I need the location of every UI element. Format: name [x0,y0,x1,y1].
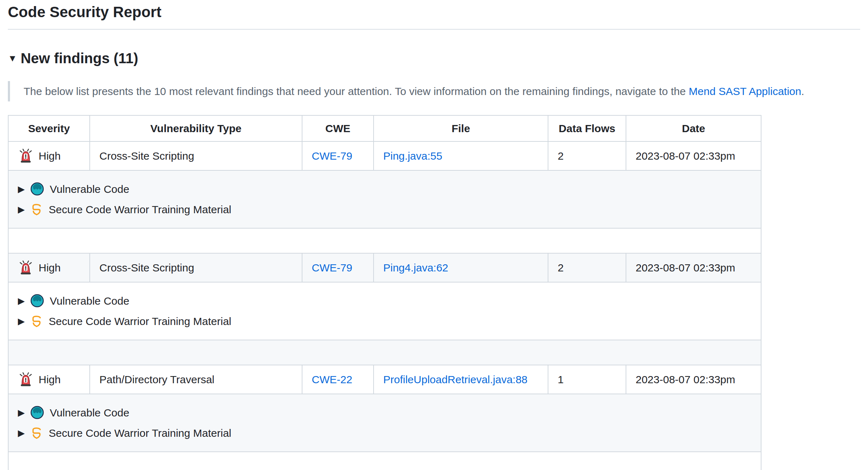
note-text: The below list presents the 10 most rele… [24,85,689,97]
cwe-link[interactable]: CWE-79 [312,150,352,162]
finding-details-row: ▶ Vulnerable Code ▶ Secure Code Warrior … [8,170,761,228]
finding-details-row: ▶ Vulnerable Code ▶ Secure Code Warrior … [8,394,761,452]
mend-sast-link[interactable]: Mend SAST Application [689,85,802,97]
cwe-link[interactable]: CWE-22 [312,374,352,385]
siren-icon [18,260,34,275]
new-findings-section: ▼ New findings (11) The below list prese… [8,48,860,470]
vulnerability-type-cell: Path/Directory Traversal [90,365,302,394]
finding-row: High Cross-Site Scripting CWE-79 Ping.ja… [8,141,761,170]
date-cell: 2023-08-07 02:33pm [626,253,761,282]
severity-label: High [39,148,61,164]
date-cell: 2023-08-07 02:33pm [626,365,761,394]
page-title: Code Security Report [8,0,860,30]
severity-label: High [39,371,61,388]
spacer-row [8,340,761,365]
vulnerable-code-label: Vulnerable Code [50,293,129,309]
col-header-data-flows: Data Flows [548,115,626,141]
finding-row: High Path/Directory Traversal CWE-22 Pro… [8,365,761,394]
col-header-vulnerability-type: Vulnerability Type [90,115,302,141]
training-material-details: ▶ Secure Code Warrior Training Material [18,313,751,329]
vulnerable-code-details: ▶ Vulnerable Code [18,181,751,197]
vulnerable-code-details: ▶ Vulnerable Code [18,405,751,421]
training-material-summary[interactable]: ▶ Secure Code Warrior Training Material [18,425,751,441]
triangle-right-icon: ▶ [18,408,25,417]
training-material-details: ▶ Secure Code Warrior Training Material [18,201,751,218]
training-material-label: Secure Code Warrior Training Material [49,201,231,218]
report-page: Code Security Report ▼ New findings (11)… [0,0,868,470]
vulnerability-type-cell: Cross-Site Scripting [90,253,302,282]
note-text-end: . [801,85,804,97]
cwe-link[interactable]: CWE-79 [312,262,352,274]
col-header-severity: Severity [8,115,90,141]
mend-logo-icon [30,405,44,420]
data-flows-cell: 2 [548,141,626,170]
training-material-summary[interactable]: ▶ Secure Code Warrior Training Material [18,201,751,218]
findings-table: Severity Vulnerability Type CWE File Dat… [8,115,761,470]
vulnerable-code-summary[interactable]: ▶ Vulnerable Code [18,181,751,197]
triangle-right-icon: ▶ [18,296,25,305]
training-material-summary[interactable]: ▶ Secure Code Warrior Training Material [18,313,751,329]
vulnerable-code-summary[interactable]: ▶ Vulnerable Code [18,293,751,309]
data-flows-cell: 2 [548,253,626,282]
triangle-right-icon: ▶ [18,185,25,194]
vulnerable-code-label: Vulnerable Code [50,405,129,421]
findings-note: The below list presents the 10 most rele… [8,81,860,101]
data-flows-cell: 1 [548,365,626,394]
vulnerability-type-cell: Cross-Site Scripting [90,141,302,170]
file-link[interactable]: Ping.java:55 [383,150,442,162]
scw-shield-icon [30,425,43,440]
mend-logo-icon [30,294,44,308]
file-link[interactable]: Ping4.java:62 [383,262,448,274]
col-header-file: File [374,115,548,141]
severity-label: High [39,260,61,276]
training-material-label: Secure Code Warrior Training Material [49,313,231,329]
severity-cell: High [18,260,80,276]
col-header-cwe: CWE [302,115,374,141]
triangle-right-icon: ▶ [18,317,25,326]
col-header-date: Date [626,115,761,141]
scw-shield-icon [30,314,43,329]
training-material-details: ▶ Secure Code Warrior Training Material [18,425,751,441]
severity-cell: High [18,148,80,164]
new-findings-summary[interactable]: ▼ New findings (11) [8,48,860,68]
vulnerable-code-label: Vulnerable Code [50,181,129,197]
severity-cell: High [18,371,80,388]
siren-icon [18,148,34,164]
scw-shield-icon [30,202,43,217]
triangle-right-icon: ▶ [18,429,25,438]
new-findings-title: New findings (11) [21,48,138,68]
file-link[interactable]: ProfileUploadRetrieval.java:88 [383,374,528,385]
spacer-row [8,452,761,470]
triangle-down-icon: ▼ [8,54,17,63]
finding-details-row: ▶ Vulnerable Code ▶ Secure Code Warrior … [8,282,761,340]
vulnerable-code-details: ▶ Vulnerable Code [18,293,751,309]
training-material-label: Secure Code Warrior Training Material [49,425,231,441]
date-cell: 2023-08-07 02:33pm [626,141,761,170]
vulnerable-code-summary[interactable]: ▶ Vulnerable Code [18,405,751,421]
mend-logo-icon [30,182,44,196]
table-header-row: Severity Vulnerability Type CWE File Dat… [8,115,761,141]
triangle-right-icon: ▶ [18,205,25,214]
spacer-row [8,228,761,253]
siren-icon [18,371,34,387]
finding-row: High Cross-Site Scripting CWE-79 Ping4.j… [8,253,761,282]
